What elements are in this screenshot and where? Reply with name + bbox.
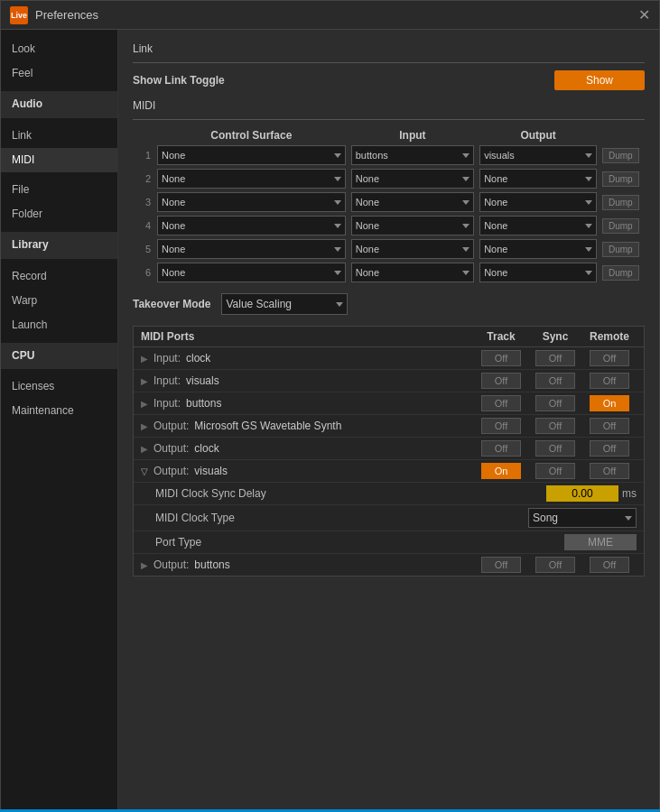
sidebar-item-cpu[interactable]: CPU (1, 343, 117, 369)
takeover-mode-row: Takeover Mode Value Scaling None Pickup … (133, 293, 645, 315)
col-header-input: Input (349, 127, 477, 143)
main-panel: Link Show Link Toggle Show MIDI Control … (118, 30, 659, 811)
dump-btn-3[interactable]: Dump (602, 195, 639, 210)
takeover-select[interactable]: Value Scaling None Pickup Relative (221, 293, 348, 315)
input-1[interactable]: buttons (351, 145, 474, 165)
sidebar-item-folder[interactable]: Folder (1, 202, 117, 226)
ports-header: MIDI Ports Track Sync Remote (134, 327, 644, 347)
ports-header-name: MIDI Ports (141, 330, 474, 343)
output-1[interactable]: visuals (479, 145, 597, 165)
output-6[interactable]: None (479, 263, 597, 282)
track-toggle-input-clock[interactable]: Off (481, 350, 521, 366)
track-toggle-output-clock[interactable]: Off (481, 440, 521, 457)
sync-toggle-output-visuals[interactable]: Off (535, 463, 575, 479)
port-type-label: Port Type (155, 536, 557, 549)
takeover-label: Takeover Mode (133, 298, 210, 310)
track-toggle-output-visuals[interactable]: On (481, 463, 521, 479)
port-type-value: MME (564, 534, 637, 550)
control-surface-1[interactable]: None (157, 145, 346, 165)
output-5[interactable]: None (479, 239, 597, 259)
remote-toggle-output-visuals[interactable]: Off (590, 463, 629, 479)
remote-toggle-input-clock[interactable]: Off (590, 350, 629, 366)
output-3[interactable]: None (479, 192, 597, 212)
dump-btn-4[interactable]: Dump (602, 218, 639, 234)
clock-sync-delay-row: MIDI Clock Sync Delay ms (134, 483, 644, 505)
table-row: 6 None None None Dump (133, 261, 645, 284)
midi-divider (133, 119, 645, 120)
show-link-toggle-row: Show Link Toggle Show (133, 70, 645, 90)
port-type-row: Port Type MME (134, 531, 644, 554)
dump-btn-6[interactable]: Dump (602, 265, 639, 281)
sync-toggle-input-visuals[interactable]: Off (535, 373, 575, 389)
input-4[interactable]: None (351, 216, 474, 235)
remote-toggle-input-visuals[interactable]: Off (590, 373, 629, 389)
remote-toggle-output-buttons[interactable]: Off (590, 557, 629, 573)
sidebar-item-warp[interactable]: Warp (1, 289, 117, 313)
sidebar-item-record[interactable]: Record (1, 264, 117, 289)
dump-btn-1[interactable]: Dump (602, 148, 639, 163)
track-toggle-output-ms-gs[interactable]: Off (481, 418, 521, 434)
sync-toggle-output-clock[interactable]: Off (535, 440, 575, 457)
close-button[interactable]: ✕ (638, 8, 650, 23)
title-bar: Live Preferences ✕ (1, 1, 659, 30)
show-link-label: Show Link Toggle (133, 74, 225, 87)
output-4[interactable]: None (479, 216, 597, 235)
ports-header-sync: Sync (528, 330, 582, 343)
clock-sync-delay-input[interactable] (546, 485, 618, 502)
sidebar-item-link[interactable]: Link (1, 124, 117, 148)
sidebar: Look Feel Audio Link MIDI File Folder Li… (1, 30, 118, 811)
expand-icon-input-buttons[interactable]: ▶ (141, 399, 148, 409)
sync-toggle-output-buttons[interactable]: Off (535, 557, 575, 573)
output-2[interactable]: None (479, 169, 597, 189)
dump-btn-2[interactable]: Dump (602, 171, 639, 187)
clock-type-label: MIDI Clock Type (155, 512, 521, 524)
sidebar-item-feel[interactable]: Feel (1, 61, 117, 86)
input-2[interactable]: None (351, 169, 474, 189)
sync-toggle-input-buttons[interactable]: Off (535, 395, 575, 411)
control-surface-6[interactable]: None (157, 263, 346, 282)
remote-toggle-output-ms-gs[interactable]: Off (590, 418, 629, 434)
expand-icon-input-clock[interactable]: ▶ (141, 354, 148, 364)
sidebar-item-maintenance[interactable]: Maintenance (1, 399, 117, 423)
control-surface-4[interactable]: None (157, 216, 346, 235)
sidebar-item-library[interactable]: Library (1, 232, 117, 258)
track-toggle-input-visuals[interactable]: Off (481, 373, 521, 389)
expand-icon-output-visuals[interactable]: ▽ (141, 466, 148, 476)
midi-control-table: Control Surface Input Output 1 None butt… (133, 127, 645, 284)
table-row: 1 None buttons visuals Dump (133, 143, 645, 167)
expand-icon-output-clock[interactable]: ▶ (141, 444, 148, 454)
ports-header-track: Track (474, 330, 528, 343)
sidebar-item-audio[interactable]: Audio (1, 91, 117, 117)
remote-toggle-output-clock[interactable]: Off (590, 440, 629, 457)
col-header-output: Output (477, 127, 600, 143)
input-6[interactable]: None (351, 263, 474, 282)
expand-icon-output-buttons[interactable]: ▶ (141, 560, 148, 570)
sidebar-item-launch[interactable]: Launch (1, 313, 117, 337)
input-5[interactable]: None (351, 239, 474, 259)
expand-icon-output-ms-gs[interactable]: ▶ (141, 421, 148, 431)
control-surface-2[interactable]: None (157, 169, 346, 189)
sync-toggle-output-ms-gs[interactable]: Off (535, 418, 575, 434)
ports-header-remote: Remote (582, 330, 637, 343)
control-surface-3[interactable]: None (157, 192, 346, 212)
sidebar-item-file[interactable]: File (1, 178, 117, 202)
input-3[interactable]: None (351, 192, 474, 212)
sync-toggle-input-clock[interactable]: Off (535, 350, 575, 366)
clock-sync-delay-label: MIDI Clock Sync Delay (155, 487, 539, 500)
expand-icon-input-visuals[interactable]: ▶ (141, 376, 148, 386)
track-toggle-output-buttons[interactable]: Off (481, 557, 521, 573)
remote-toggle-input-buttons[interactable]: On (590, 395, 629, 411)
show-link-button[interactable]: Show (554, 70, 645, 90)
sidebar-item-licenses[interactable]: Licenses (1, 374, 117, 399)
port-row-output-ms-gs: ▶ Output: Microsoft GS Wavetable Synth O… (134, 415, 644, 438)
track-toggle-input-buttons[interactable]: Off (481, 395, 521, 411)
port-row-output-visuals: ▽ Output: visuals On Off Off (134, 460, 644, 483)
sidebar-item-midi[interactable]: MIDI (1, 148, 117, 172)
control-surface-5[interactable]: None (157, 239, 346, 259)
clock-type-select[interactable]: Song Pattern (528, 508, 637, 528)
table-row: 5 None None None Dump (133, 237, 645, 261)
port-row-output-buttons: ▶ Output: buttons Off Off Off (134, 554, 644, 576)
dump-btn-5[interactable]: Dump (602, 242, 639, 257)
sidebar-item-look[interactable]: Look (1, 37, 117, 61)
port-row-input-buttons: ▶ Input: buttons Off Off On (134, 392, 644, 415)
